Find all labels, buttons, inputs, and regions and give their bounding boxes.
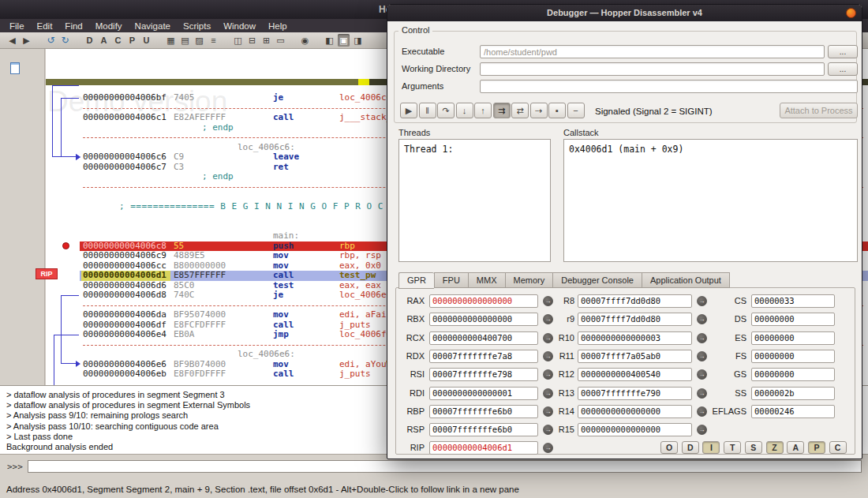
register-value-EFLAGS[interactable]: 00000246 xyxy=(751,405,835,418)
tab-gpr[interactable]: GPR xyxy=(398,272,434,289)
type-code-button[interactable]: C xyxy=(112,34,124,47)
navigate-target-icon[interactable]: ◉ xyxy=(299,34,311,47)
callstack-item[interactable]: 0x4006d1 (main + 0x9) xyxy=(569,144,852,155)
register-value-r9[interactable]: 00007ffff7dd0d80 xyxy=(578,313,692,326)
flag-C-button[interactable]: C xyxy=(829,441,847,454)
step-into-button[interactable]: ↓ xyxy=(456,103,473,118)
split-columns-icon[interactable]: ◫ xyxy=(232,34,244,47)
flag-T-button[interactable]: T xyxy=(724,441,741,454)
breakpoint-dot[interactable] xyxy=(62,242,69,249)
register-value-GS[interactable]: 00000000 xyxy=(751,368,835,381)
flag-O-button[interactable]: O xyxy=(660,441,678,454)
tab-application-output[interactable]: Application Output xyxy=(642,272,730,288)
register-value-R12[interactable]: 0000000000400540 xyxy=(578,368,692,381)
register-value-R11[interactable]: 00007ffff7a05ab0 xyxy=(578,350,692,363)
register-value-R14[interactable]: 0000000000000000 xyxy=(578,405,692,418)
flag-S-button[interactable]: S xyxy=(745,441,762,454)
right-inspector-icon[interactable]: ◨ xyxy=(352,34,364,47)
follow-R15-button[interactable]: → xyxy=(697,425,707,435)
working-directory-browse-button[interactable]: ... xyxy=(828,62,858,76)
flag-A-button[interactable]: A xyxy=(787,441,804,454)
document-icon[interactable] xyxy=(10,62,20,74)
type-procedure-button[interactable]: P xyxy=(126,34,138,47)
executable-browse-button[interactable]: ... xyxy=(828,45,858,58)
register-value-R10[interactable]: 0000000000000003 xyxy=(578,331,692,345)
step-over-button[interactable]: ↷ xyxy=(437,103,455,118)
menu-window[interactable]: Window xyxy=(217,21,262,32)
executable-field[interactable] xyxy=(480,45,825,58)
menu-help[interactable]: Help xyxy=(262,21,294,32)
redo-icon[interactable]: ↻ xyxy=(59,34,71,47)
tab-fpu[interactable]: FPU xyxy=(434,272,468,288)
register-value-RSI[interactable]: 00007fffffffe798 xyxy=(429,368,538,381)
follow-R13-button[interactable]: → xyxy=(697,388,707,399)
menu-navigate[interactable]: Navigate xyxy=(129,21,177,32)
pause-button[interactable]: ‖ xyxy=(419,103,436,118)
thread-item[interactable]: Thread 1: xyxy=(404,144,545,155)
follow-RIP-button[interactable]: → xyxy=(543,443,553,453)
follow-R8-button[interactable]: → xyxy=(697,296,707,306)
flag-Z-button[interactable]: Z xyxy=(766,441,784,454)
flag-I-button[interactable]: I xyxy=(702,441,720,454)
tab-debugger-console[interactable]: Debugger Console xyxy=(552,272,642,288)
center-pane-icon[interactable]: ▣ xyxy=(338,34,350,47)
menu-edit[interactable]: Edit xyxy=(31,21,59,32)
type-ascii-button[interactable]: A xyxy=(98,34,110,47)
follow-R12-button[interactable]: → xyxy=(697,369,707,380)
debugger-titlebar[interactable]: Debugger — Hopper Disassembler v4 xyxy=(387,5,862,21)
pseudocode-view-icon[interactable]: ≡ xyxy=(208,34,219,47)
left-inspector-icon[interactable]: ◧ xyxy=(324,34,335,47)
register-value-RBX[interactable]: 0000000000000000 xyxy=(429,313,538,326)
register-value-R13[interactable]: 00007fffffffe790 xyxy=(578,387,692,400)
register-value-DS[interactable]: 00000000 xyxy=(751,313,835,326)
register-value-RDX[interactable]: 00007fffffffe7a8 xyxy=(429,350,538,363)
threads-list[interactable]: Thread 1: xyxy=(398,139,551,262)
tab-memory[interactable]: Memory xyxy=(505,272,553,288)
menu-file[interactable]: File xyxy=(3,21,31,32)
register-value-R15[interactable]: 0000000000000000 xyxy=(578,423,692,436)
flag-D-button[interactable]: D xyxy=(682,441,699,454)
working-directory-field[interactable] xyxy=(480,62,825,76)
arguments-field[interactable] xyxy=(480,80,858,93)
register-value-RSP[interactable]: 00007fffffffe6b0 xyxy=(429,423,538,436)
register-value-CS[interactable]: 00000033 xyxy=(751,294,835,308)
attach-to-process-button[interactable]: Attach to Process xyxy=(780,103,858,118)
register-value-RCX[interactable]: 0000000000400700 xyxy=(429,331,538,345)
register-value-SS[interactable]: 0000002b xyxy=(751,387,835,400)
menu-scripts[interactable]: Scripts xyxy=(177,21,217,32)
console-input[interactable] xyxy=(28,460,862,473)
register-value-R8[interactable]: 00007ffff7dd0d80 xyxy=(578,294,692,308)
follow-R10-button[interactable]: → xyxy=(697,333,707,343)
type-data-button[interactable]: D xyxy=(84,34,95,47)
grid-panes-icon[interactable]: ⊞ xyxy=(260,34,272,47)
menu-find[interactable]: Find xyxy=(58,21,88,32)
type-undefine-button[interactable]: U xyxy=(140,34,152,47)
follow-r9-button[interactable]: → xyxy=(697,314,707,324)
register-value-RBP[interactable]: 00007fffffffe6b0 xyxy=(429,405,538,418)
hex-view-icon[interactable]: ▦ xyxy=(165,34,177,47)
detach-button[interactable]: − xyxy=(567,103,585,118)
follow-R14-button[interactable]: → xyxy=(697,406,707,417)
register-value-RAX[interactable]: 0000000000000000 xyxy=(429,294,538,308)
split-rows-icon[interactable]: ⊟ xyxy=(246,34,258,47)
step-over-instruction-button[interactable]: ⇉ xyxy=(493,103,511,118)
forward-icon[interactable]: ▶ xyxy=(21,34,32,47)
register-value-RIP[interactable]: 00000000004006d1 xyxy=(429,441,538,455)
register-value-FS[interactable]: 00000000 xyxy=(751,350,835,363)
back-icon[interactable]: ◀ xyxy=(6,34,18,47)
flag-P-button[interactable]: P xyxy=(808,441,825,454)
follow-R11-button[interactable]: → xyxy=(697,351,707,361)
continue-button[interactable]: ▶ xyxy=(400,103,417,118)
register-value-ES[interactable]: 00000000 xyxy=(751,331,835,345)
tab-mmx[interactable]: MMX xyxy=(468,272,505,288)
step-into-instruction-button[interactable]: ⇄ xyxy=(511,103,529,118)
single-pane-icon[interactable]: ▭ xyxy=(275,34,286,47)
menu-modify[interactable]: Modify xyxy=(89,21,129,32)
register-value-RDI[interactable]: 0000000000000001 xyxy=(429,387,538,400)
undo-icon[interactable]: ↺ xyxy=(45,34,57,47)
stop-button[interactable]: ▪ xyxy=(548,103,566,118)
step-out-button[interactable]: ↑ xyxy=(474,103,492,118)
callstack-list[interactable]: 0x4006d1 (main + 0x9) xyxy=(563,139,858,262)
run-to-address-button[interactable]: ⇢ xyxy=(530,103,548,118)
list-view-icon[interactable]: ▤ xyxy=(179,34,191,47)
